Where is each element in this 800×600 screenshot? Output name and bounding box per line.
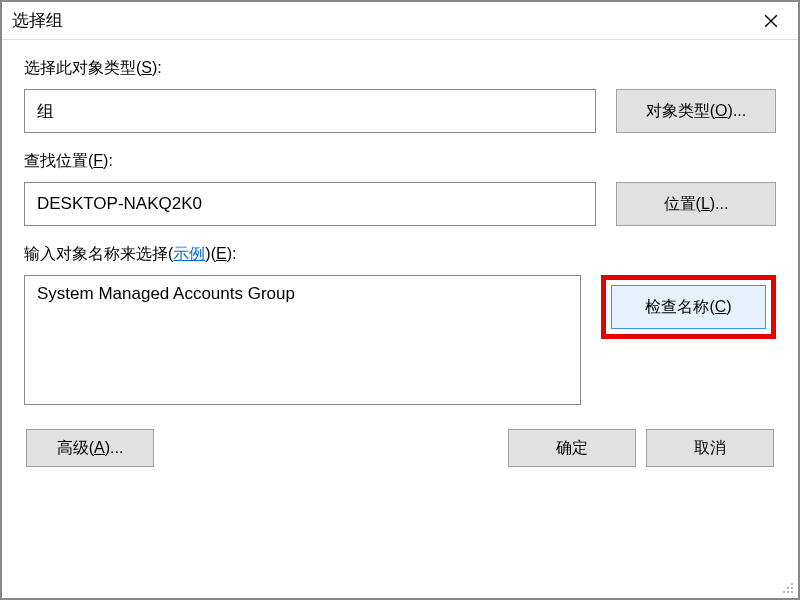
svg-point-7 (791, 591, 793, 593)
svg-point-4 (791, 587, 793, 589)
bottom-button-row: 高级(A)... 确定 取消 (24, 429, 776, 467)
window-title: 选择组 (12, 9, 63, 32)
svg-point-2 (791, 583, 793, 585)
close-button[interactable] (748, 4, 794, 38)
object-names-label: 输入对象名称来选择(示例)(E): (24, 244, 776, 265)
titlebar: 选择组 (2, 2, 798, 40)
object-names-section: 输入对象名称来选择(示例)(E): 检查名称(C) (24, 244, 776, 405)
svg-point-5 (783, 591, 785, 593)
check-names-highlight: 检查名称(C) (601, 275, 776, 339)
locations-button[interactable]: 位置(L)... (616, 182, 776, 226)
object-type-label: 选择此对象类型(S): (24, 58, 776, 79)
svg-point-6 (787, 591, 789, 593)
dialog-content: 选择此对象类型(S): 对象类型(O)... 查找位置(F): 位置(L)...… (2, 40, 798, 477)
resize-grip-icon[interactable] (780, 580, 794, 594)
close-icon (764, 14, 778, 28)
advanced-button[interactable]: 高级(A)... (26, 429, 154, 467)
object-type-input[interactable] (24, 89, 596, 133)
object-names-input[interactable] (24, 275, 581, 405)
svg-point-3 (787, 587, 789, 589)
ok-cancel-group: 确定 取消 (508, 429, 774, 467)
object-type-section: 选择此对象类型(S): 对象类型(O)... (24, 58, 776, 133)
location-label: 查找位置(F): (24, 151, 776, 172)
check-names-button[interactable]: 检查名称(C) (611, 285, 766, 329)
ok-button[interactable]: 确定 (508, 429, 636, 467)
cancel-button[interactable]: 取消 (646, 429, 774, 467)
location-section: 查找位置(F): 位置(L)... (24, 151, 776, 226)
location-input[interactable] (24, 182, 596, 226)
object-types-button[interactable]: 对象类型(O)... (616, 89, 776, 133)
example-link[interactable]: 示例 (173, 245, 205, 262)
